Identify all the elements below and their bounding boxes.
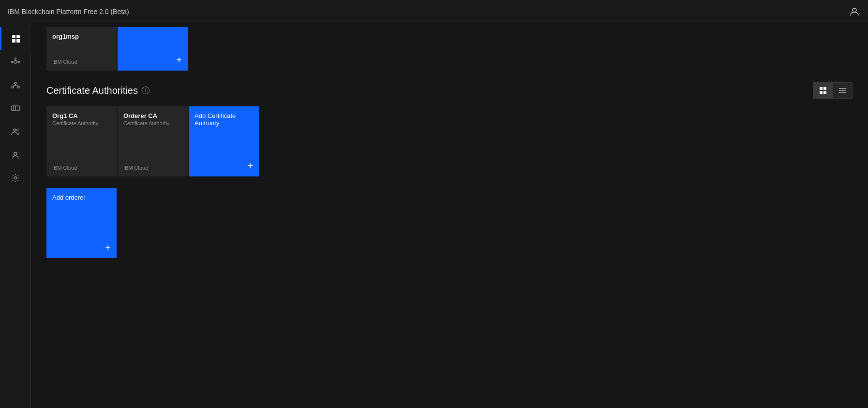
- ca-section-header: Certificate Authorities i: [46, 82, 853, 99]
- sidebar-item-dashboard[interactable]: [0, 27, 31, 50]
- org1ca-card-name: Org1 CA: [52, 112, 111, 119]
- ca-info-icon[interactable]: i: [142, 87, 150, 94]
- grid-view-button[interactable]: [813, 83, 833, 98]
- svg-point-5: [14, 60, 17, 63]
- sidebar-item-settings[interactable]: [0, 166, 31, 189]
- org1msp-card[interactable]: org1msp IBM Cloud: [46, 27, 117, 71]
- network-icon: [11, 57, 20, 67]
- channels-icon: [11, 103, 20, 113]
- svg-point-7: [18, 61, 19, 63]
- org1ca-card[interactable]: Org1 CA Certificate Authority IBM Cloud: [46, 106, 117, 176]
- org1ca-card-type: Certificate Authority: [52, 120, 111, 126]
- ordererca-card-type: Certificate Authority: [123, 120, 182, 126]
- svg-line-17: [15, 86, 18, 86]
- ca-cards-grid: Org1 CA Certificate Authority IBM Cloud …: [46, 106, 853, 176]
- app-title: IBM Blockchain Platform Free 2.0 (Beta): [8, 8, 129, 15]
- sidebar: [0, 23, 31, 408]
- add-ca-card-plus-icon: +: [247, 161, 253, 171]
- dashboard-icon: [11, 34, 21, 44]
- top-cards: org1msp IBM Cloud +: [46, 27, 853, 71]
- org1msp-card-name: org1msp: [52, 33, 111, 40]
- ordererca-card-cloud: IBM Cloud: [123, 165, 148, 171]
- svg-point-8: [15, 58, 16, 59]
- sidebar-item-members[interactable]: [0, 120, 31, 143]
- org1ca-card-cloud: IBM Cloud: [52, 165, 77, 171]
- topbar: IBM Blockchain Platform Free 2.0 (Beta): [0, 0, 868, 23]
- orderers-section: Add orderer +: [46, 188, 853, 258]
- sidebar-item-organizations[interactable]: [0, 73, 31, 97]
- add-top-card[interactable]: +: [118, 27, 188, 71]
- svg-line-16: [13, 86, 15, 86]
- identity-icon: [11, 150, 20, 160]
- ca-title-area: Certificate Authorities i: [46, 85, 150, 96]
- sidebar-item-channels[interactable]: [0, 97, 31, 120]
- ordererca-card-name: Orderer CA: [123, 112, 182, 119]
- svg-point-0: [853, 8, 856, 12]
- svg-point-12: [15, 82, 16, 84]
- settings-icon: [11, 173, 20, 183]
- content-area: org1msp IBM Cloud + Certificate Authorit…: [31, 23, 868, 408]
- org1msp-card-cloud: IBM Cloud: [52, 59, 77, 65]
- orderers-cards-grid: Add orderer +: [46, 188, 853, 258]
- add-orderer-card-label: Add orderer: [52, 194, 111, 201]
- add-top-card-plus-icon: +: [176, 55, 182, 65]
- svg-rect-1: [12, 35, 15, 38]
- svg-rect-27: [820, 91, 823, 94]
- add-ca-card[interactable]: Add Certificate Authority +: [189, 106, 259, 176]
- view-toggle: [813, 82, 853, 99]
- main-layout: org1msp IBM Cloud + Certificate Authorit…: [0, 23, 868, 408]
- members-icon: [11, 127, 20, 136]
- svg-point-13: [12, 86, 14, 88]
- svg-point-14: [17, 86, 19, 88]
- add-orderer-card[interactable]: Add orderer +: [46, 188, 117, 258]
- svg-rect-29: [839, 88, 846, 89]
- top-section: org1msp IBM Cloud +: [46, 27, 853, 71]
- add-ca-card-label: Add Certificate Authority: [195, 112, 253, 127]
- list-view-button[interactable]: [833, 83, 852, 98]
- svg-rect-25: [820, 87, 823, 90]
- ordererca-card[interactable]: Orderer CA Certificate Authority IBM Clo…: [118, 106, 188, 176]
- svg-rect-4: [16, 39, 20, 43]
- svg-point-23: [14, 152, 17, 155]
- svg-point-24: [14, 177, 16, 179]
- svg-rect-28: [823, 91, 826, 94]
- svg-point-21: [13, 129, 15, 131]
- svg-rect-26: [823, 87, 826, 90]
- add-orderer-card-plus-icon: +: [105, 243, 111, 252]
- sidebar-item-identity[interactable]: [0, 143, 31, 166]
- sidebar-item-network[interactable]: [0, 50, 31, 73]
- ca-section-title: Certificate Authorities: [46, 85, 138, 96]
- svg-rect-3: [12, 39, 15, 43]
- svg-rect-31: [839, 92, 846, 93]
- organizations-icon: [11, 80, 20, 90]
- svg-rect-30: [839, 90, 846, 91]
- svg-rect-2: [16, 35, 20, 38]
- user-icon[interactable]: [849, 6, 860, 17]
- svg-point-22: [16, 129, 18, 131]
- svg-point-6: [11, 61, 13, 63]
